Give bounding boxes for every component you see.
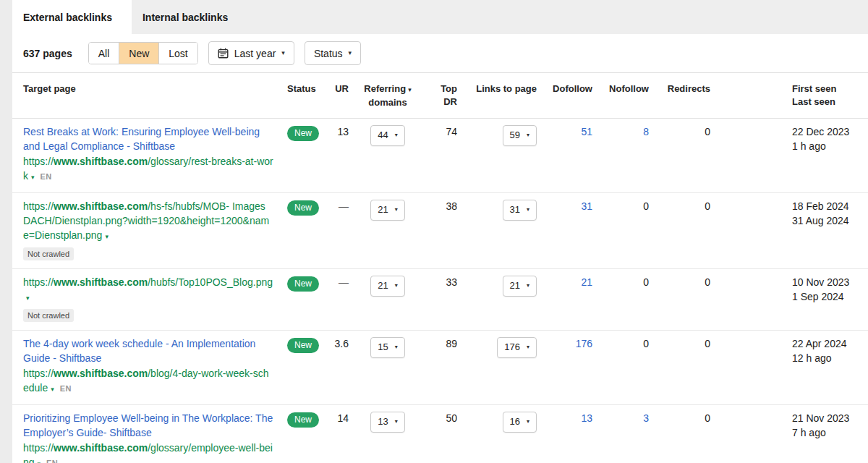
url-domain: www.shiftbase.com <box>54 368 148 379</box>
ur-value: 3.6 <box>328 336 349 396</box>
redirects-value: 0 <box>655 199 716 260</box>
url-scheme: https:// <box>23 276 54 288</box>
segment-all[interactable]: All <box>89 43 120 64</box>
status-filter-button[interactable]: Status ▾ <box>305 41 361 65</box>
referring-domains-select[interactable]: 15 ▾ <box>370 337 404 358</box>
links-to-page-select[interactable]: 31 ▾ <box>503 200 537 221</box>
top-dr-value: 33 <box>427 275 467 322</box>
nofollow-cell: 0 <box>599 336 655 396</box>
url-dropdown-caret-icon[interactable]: ▾ <box>51 386 54 393</box>
referring-domains-cell: 21 ▾ <box>349 199 427 260</box>
chevron-down-icon: ▾ <box>527 340 529 354</box>
language-badge: EN <box>60 384 72 393</box>
table-header-row: Target page Status UR Referring▾ domains… <box>12 72 868 119</box>
nofollow-cell: 0 <box>599 275 655 322</box>
chevron-down-icon: ▾ <box>527 203 529 217</box>
dofollow-cell: 51 <box>542 124 599 184</box>
target-url: https://www.shiftbase.com/glossary/emplo… <box>23 441 274 463</box>
nofollow-count[interactable]: 3 <box>643 412 649 424</box>
links-to-page-select[interactable]: 16 ▾ <box>503 412 537 433</box>
col-first-seen: First seen <box>792 82 868 95</box>
redirects-value: 0 <box>655 336 716 396</box>
dofollow-cell: 13 <box>542 411 599 463</box>
url-domain: www.shiftbase.com <box>54 200 148 212</box>
dofollow-count[interactable]: 176 <box>576 338 592 349</box>
target-page-cell: Prioritizing Employee Well-being in The … <box>12 411 287 463</box>
last-seen-value: 7 h ago <box>792 425 868 440</box>
status-badge: New <box>287 338 319 353</box>
pages-count: 637 pages <box>23 48 72 59</box>
last-seen-value: 31 Aug 2024 <box>792 213 868 228</box>
target-title-link[interactable]: The 4-day work week schedule - An Implem… <box>23 338 255 364</box>
seen-dates-cell: 10 Nov 2023 1 Sep 2024 <box>716 275 868 322</box>
tab-bar: External backlinks Internal backlinks <box>12 0 868 34</box>
nofollow-count: 0 <box>643 338 649 349</box>
col-referring-domains[interactable]: Referring▾ domains <box>349 82 427 109</box>
seen-dates-cell: 18 Feb 2024 31 Aug 2024 <box>716 199 868 260</box>
url-scheme: https:// <box>23 368 54 379</box>
links-to-page-value: 31 <box>510 203 520 217</box>
links-to-page-cell: 16 ▾ <box>467 411 542 463</box>
target-page-cell: The 4-day work week schedule - An Implem… <box>12 336 287 396</box>
date-filter-label: Last year <box>234 48 276 59</box>
top-dr-value: 74 <box>427 124 467 184</box>
not-crawled-badge: Not crawled <box>23 247 74 260</box>
links-to-page-cell: 176 ▾ <box>467 336 542 396</box>
url-dropdown-caret-icon[interactable]: ▾ <box>38 460 41 463</box>
url-dropdown-caret-icon[interactable]: ▾ <box>26 294 30 302</box>
not-crawled-badge: Not crawled <box>23 309 74 322</box>
links-to-page-select[interactable]: 59 ▾ <box>503 125 537 146</box>
url-dropdown-caret-icon[interactable]: ▾ <box>105 233 109 240</box>
links-to-page-value: 21 <box>510 279 520 293</box>
ur-value: 14 <box>328 411 349 463</box>
col-referring-line1: Referring <box>364 83 406 94</box>
url-scheme: https:// <box>23 200 54 212</box>
dofollow-cell: 31 <box>542 199 599 260</box>
referring-domains-select[interactable]: 21 ▾ <box>370 276 404 297</box>
target-page-cell: https://www.shiftbase.com/hs-fs/hubfs/MO… <box>12 199 287 260</box>
dofollow-count[interactable]: 31 <box>581 200 592 212</box>
chevron-down-icon: ▾ <box>395 340 398 354</box>
backlinks-table: Target page Status UR Referring▾ domains… <box>12 72 868 463</box>
dofollow-count[interactable]: 21 <box>581 276 592 288</box>
date-filter-button[interactable]: Last year ▾ <box>208 41 294 65</box>
chevron-down-icon: ▾ <box>281 50 285 56</box>
table-row: Prioritizing Employee Well-being in The … <box>12 405 868 463</box>
links-to-page-value: 16 <box>510 415 520 429</box>
target-page-cell: https://www.shiftbase.com/hubfs/Top10POS… <box>12 275 287 322</box>
tab-external-backlinks[interactable]: External backlinks <box>12 0 132 34</box>
url-domain: www.shiftbase.com <box>54 442 148 454</box>
ur-value: — <box>328 199 349 260</box>
nofollow-count[interactable]: 8 <box>643 126 649 137</box>
chevron-down-icon: ▾ <box>349 50 352 56</box>
segment-new[interactable]: New <box>119 43 159 64</box>
target-title-link[interactable]: Rest Breaks at Work: Ensuring Employee W… <box>23 126 260 152</box>
status-cell: New <box>287 275 328 322</box>
referring-domains-cell: 44 ▾ <box>349 124 427 184</box>
first-seen-value: 10 Nov 2023 <box>792 275 868 289</box>
col-ur: UR <box>328 82 349 109</box>
segmented-filter: All New Lost <box>88 42 198 64</box>
col-top-dr: Top DR <box>427 82 467 109</box>
ur-value: — <box>328 275 349 322</box>
report-content: External backlinks Internal backlinks 63… <box>12 0 868 463</box>
status-badge: New <box>287 126 319 141</box>
chevron-down-icon: ▾ <box>395 128 398 143</box>
links-to-page-select[interactable]: 176 ▾ <box>497 337 537 358</box>
first-seen-value: 22 Dec 2023 <box>792 124 868 139</box>
dofollow-count[interactable]: 51 <box>581 126 592 137</box>
first-seen-value: 22 Apr 2024 <box>792 336 868 351</box>
referring-domains-select[interactable]: 13 ▾ <box>370 412 404 433</box>
dofollow-count[interactable]: 13 <box>581 412 592 424</box>
links-to-page-select[interactable]: 21 ▾ <box>503 276 537 297</box>
target-title-link[interactable]: Prioritizing Employee Well-being in The … <box>23 412 273 438</box>
tab-internal-backlinks[interactable]: Internal backlinks <box>132 0 247 34</box>
url-dropdown-caret-icon[interactable]: ▾ <box>31 174 35 181</box>
nofollow-cell: 8 <box>599 124 655 184</box>
col-dofollow: Dofollow <box>542 82 599 109</box>
target-title: Rest Breaks at Work: Ensuring Employee W… <box>23 124 274 153</box>
referring-domains-select[interactable]: 21 ▾ <box>370 200 404 221</box>
segment-lost[interactable]: Lost <box>159 43 197 64</box>
referring-domains-value: 21 <box>378 279 388 293</box>
referring-domains-select[interactable]: 44 ▾ <box>370 125 404 146</box>
